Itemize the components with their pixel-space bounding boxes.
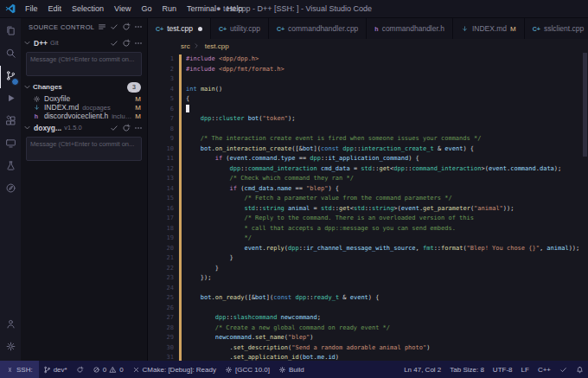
tab-test-cpp[interactable]: C+test.cpp xyxy=(148,18,211,39)
menu-file[interactable]: File xyxy=(20,0,43,17)
code-line[interactable]: bot.on_ready([&bot](const dpp::ready_t &… xyxy=(186,293,588,304)
status-cmake-build[interactable]: Build xyxy=(274,361,309,378)
code-line[interactable]: dpp::cluster bot("token"); xyxy=(186,114,588,125)
status-cursor-position[interactable]: Ln 47, Col 2 xyxy=(399,361,445,378)
menu-edit[interactable]: Edit xyxy=(43,0,67,17)
repo-row-dpp[interactable]: D++ Git xyxy=(21,35,147,50)
status-cmake-status[interactable]: CMake: [Debug]: Ready xyxy=(128,361,220,378)
code-line[interactable]: if (cmd_data.name == "blep") { xyxy=(186,184,588,195)
code-line[interactable]: /* Reply to the command. There is an ove… xyxy=(186,214,588,224)
code-line[interactable]: .set_application_id(bot.me.id) xyxy=(186,353,588,361)
code-line[interactable]: }); xyxy=(186,273,588,284)
scm-file-discordvoiceclient-h[interactable]: hdiscordvoiceclient.hinclude/d...M xyxy=(21,112,147,120)
menu-view[interactable]: View xyxy=(109,0,136,17)
tab-commandhandler-h[interactable]: hcommandhandler.h xyxy=(367,18,453,39)
tab-commandhandler-cpp[interactable]: C+commandhandler.cpp xyxy=(269,18,367,39)
tab-utility-cpp[interactable]: C+utility.cpp xyxy=(211,18,269,39)
more-icon[interactable] xyxy=(134,22,143,31)
menu-help[interactable]: Help xyxy=(221,0,248,17)
activity-search[interactable] xyxy=(0,43,21,66)
more-icon[interactable] xyxy=(134,39,143,48)
code-line[interactable] xyxy=(186,74,588,85)
code-line[interactable]: /* Check which command they ran */ xyxy=(186,174,588,184)
code-line[interactable]: /* Fetch a parameter value from the comm… xyxy=(186,194,588,204)
status-notifications[interactable] xyxy=(572,361,588,378)
breadcrumb-folder[interactable]: src xyxy=(181,42,190,50)
status-format-status[interactable] xyxy=(555,361,572,378)
activity-testing[interactable] xyxy=(0,156,21,178)
activity-source-control[interactable] xyxy=(0,66,21,88)
code-line[interactable]: dpp::slashcommand newcommand; xyxy=(186,313,588,324)
activity-accounts[interactable] xyxy=(0,314,21,336)
changes-section-header[interactable]: Changes 3 xyxy=(21,80,147,94)
menu-go[interactable]: Go xyxy=(136,0,157,17)
refresh-icon[interactable] xyxy=(122,124,131,132)
status-tab-size[interactable]: Tab Size: 8 xyxy=(445,361,489,378)
code-line[interactable]: /* The interaction create event is fired… xyxy=(186,134,588,144)
menu-terminal[interactable]: Terminal xyxy=(182,0,221,17)
code-line[interactable]: if (event.command.type == dpp::it_applic… xyxy=(186,154,588,164)
tab-sslclient-cpp[interactable]: C+sslclient.cpp xyxy=(525,18,588,39)
list-icon[interactable] xyxy=(98,22,106,31)
code-line[interactable]: * call that accepts a dpp::message so yo… xyxy=(186,224,588,234)
code-line[interactable]: */ xyxy=(186,234,588,244)
code-line[interactable]: std::string animal = std::get<std::strin… xyxy=(186,204,588,215)
gutter[interactable]: 1234567891011121314151617181920212223242… xyxy=(148,54,179,361)
check-icon[interactable] xyxy=(110,124,118,132)
activity-run-and-debug[interactable] xyxy=(0,88,21,111)
status-encoding[interactable]: UTF-8 xyxy=(489,361,517,378)
code-line[interactable]: newcommand.set_name("blep") xyxy=(186,333,588,343)
activity-remote-explorer[interactable] xyxy=(0,133,21,156)
status-sync-changes[interactable] xyxy=(72,361,88,378)
breadcrumb[interactable]: src test.cpp xyxy=(148,39,588,53)
status-eol[interactable]: LF xyxy=(517,361,534,378)
activity-explorer[interactable] xyxy=(0,21,21,43)
menu-selection[interactable]: Selection xyxy=(67,0,109,17)
code-line[interactable]: .set_description("Send a random adorable… xyxy=(186,343,588,354)
activity-manage-settings[interactable] xyxy=(0,336,21,359)
editor-scrollbar[interactable] xyxy=(581,53,588,361)
check-icon[interactable] xyxy=(110,22,118,31)
code-line[interactable]: bot.on_interaction_create([&bot](const d… xyxy=(186,144,588,155)
status-remote-indicator[interactable]: SSH: xyxy=(0,361,39,378)
commit-message-input[interactable]: Message (Ctrl+Enter to commit on... xyxy=(26,52,142,76)
code-line[interactable] xyxy=(186,284,588,294)
code-lines[interactable]: #include <dpp/dpp.h>#include <dpp/fmt/fo… xyxy=(186,54,588,361)
code-line[interactable]: dpp::command_interaction cmd_data = std:… xyxy=(186,164,588,175)
commit-message-input-2[interactable]: Message (Ctrl+Enter to commit on... xyxy=(26,137,142,161)
status-problems[interactable]: 00 xyxy=(88,361,128,378)
status-cmake-kit[interactable]: [GCC 10.0] xyxy=(220,361,274,378)
code-line[interactable] xyxy=(186,125,588,135)
chevron-down-icon[interactable] xyxy=(23,39,31,47)
repo-row-doxygen[interactable]: doxyg... v1.5.0 xyxy=(21,120,147,135)
status-git-branch[interactable]: dev* xyxy=(39,361,72,378)
code-line[interactable] xyxy=(186,304,588,314)
code-line[interactable]: int main() xyxy=(186,85,588,95)
code-line[interactable]: #include <dpp/dpp.h> xyxy=(186,54,588,65)
check-icon[interactable] xyxy=(110,39,118,48)
refresh-icon[interactable] xyxy=(122,39,131,48)
refresh-icon[interactable] xyxy=(122,22,131,31)
breadcrumb-file[interactable]: test.cpp xyxy=(205,42,229,50)
activity-gitlens[interactable] xyxy=(0,178,21,201)
code-line[interactable]: event.reply(dpp::ir_channel_message_with… xyxy=(186,244,588,254)
scrollbar-thumb[interactable] xyxy=(583,53,587,157)
menu-run[interactable]: Run xyxy=(157,0,182,17)
tab-index-md[interactable]: INDEX.mdM xyxy=(453,18,525,39)
code-line[interactable]: { xyxy=(186,94,588,105)
line-number: 29 xyxy=(148,333,174,343)
activity-extensions[interactable] xyxy=(0,111,21,133)
code-line[interactable] xyxy=(186,105,588,115)
extensions-icon xyxy=(5,114,16,130)
scm-file-index-md[interactable]: INDEX.mddocpagesM xyxy=(21,103,147,112)
editor[interactable]: 1234567891011121314151617181920212223242… xyxy=(148,53,588,361)
code-line[interactable]: } xyxy=(186,264,588,274)
chevron-down-icon[interactable] xyxy=(23,124,31,131)
status-language-mode[interactable]: C++ xyxy=(534,361,555,378)
scm-file-doxyfile[interactable]: DoxyfileM xyxy=(21,94,147,103)
code-line[interactable]: } xyxy=(186,253,588,264)
more-icon[interactable] xyxy=(134,124,143,132)
code-line[interactable]: /* Create a new global command on ready … xyxy=(186,324,588,334)
check-icon xyxy=(559,366,567,374)
code-line[interactable]: #include <dpp/fmt/format.h> xyxy=(186,65,588,75)
